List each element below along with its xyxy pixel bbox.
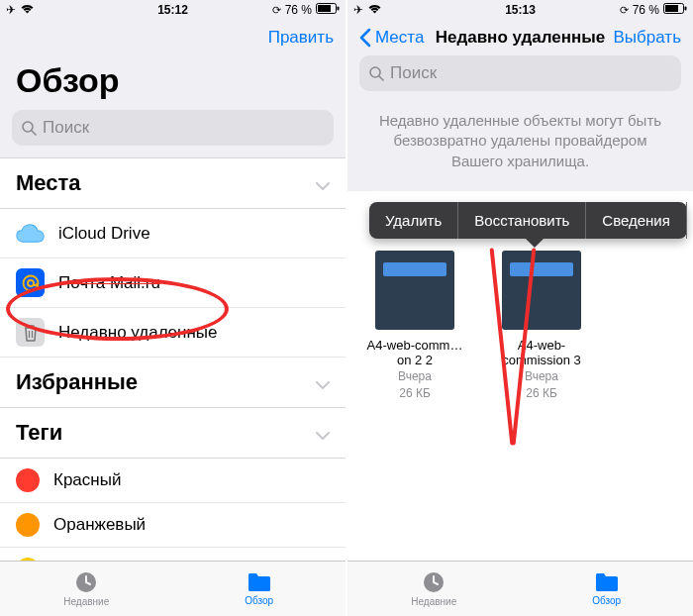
status-time: 15:13 [505,3,536,17]
menu-delete[interactable]: Удалить [369,202,458,239]
select-button[interactable]: Выбрать [614,28,681,48]
folder-icon [247,571,272,593]
icloud-icon [16,219,45,248]
airplane-icon: ✈︎ [353,3,363,17]
edit-button[interactable]: Править [268,28,334,48]
page-title: Обзор [0,51,346,106]
deletion-notice: Недавно удаленные объекты могут быть без… [347,103,693,191]
status-bar: ✈︎ 15:12 ⟳ 76 % [0,0,346,20]
list-container: Места iCloud Drive Почта Mail.ru Недавно… [0,157,346,616]
tab-bar: Недавние Обзор [0,561,346,616]
search-input[interactable]: Поиск [12,110,334,146]
menu-restore[interactable]: Восстановить [458,202,586,239]
row-label: Красный [53,470,121,490]
tag-row-red[interactable]: Красный [0,459,346,503]
rotation-lock-icon: ⟳ [272,4,281,17]
tab-recent[interactable]: Недавние [347,562,521,616]
search-placeholder: Поиск [390,63,437,83]
status-bar: ✈︎ 15:13 ⟳ 76 % [347,0,693,20]
row-label: Оранжевый [53,515,146,535]
status-right: ⟳ 76 % [272,3,340,17]
svg-line-4 [32,131,36,135]
search-icon [22,121,37,136]
status-right: ⟳ 76 % [620,3,687,17]
file-name: A4-web-commission 3 [492,338,591,367]
chevron-down-icon [316,369,330,395]
row-label: iCloud Drive [58,224,150,244]
phone-right-deleted: ✈︎ 15:13 ⟳ 76 % Места Недавно удаленные … [347,0,693,616]
mailru-icon [16,268,45,297]
tab-label: Недавние [411,596,456,607]
trash-icon [16,318,45,347]
svg-rect-2 [338,7,340,11]
section-favorites[interactable]: Избранные [0,358,346,408]
file-size: 26 КБ [365,386,464,402]
file-date: Вчера [365,369,464,385]
svg-rect-12 [685,7,687,11]
file-date: Вчера [492,369,591,385]
row-mailru[interactable]: Почта Mail.ru [0,258,346,308]
back-button[interactable]: Места [359,28,424,48]
airplane-icon: ✈︎ [6,3,16,17]
file-thumb-icon [502,251,581,330]
battery-percent: 76 % [633,3,659,17]
tag-dot-icon [16,513,40,537]
tab-browse[interactable]: Обзор [173,562,346,616]
menu-details[interactable]: Сведения [586,202,687,239]
section-label: Избранные [16,369,138,395]
svg-rect-11 [665,5,678,12]
nav-bar: Править [0,20,346,51]
search-placeholder: Поиск [43,118,89,138]
chevron-down-icon [316,170,330,196]
phone-left-browse: ✈︎ 15:12 ⟳ 76 % Править Обзор Поиск Мест… [0,0,346,616]
svg-rect-1 [318,5,331,12]
status-time: 15:12 [157,3,188,17]
file-size: 26 КБ [492,386,591,402]
search-icon [369,66,384,81]
chevron-down-icon [316,420,330,446]
battery-icon [316,3,340,17]
file-thumb-icon [375,251,454,330]
tag-dot-icon [16,468,40,492]
tab-label: Обзор [592,595,621,606]
battery-icon [663,3,687,17]
section-label: Теги [16,420,62,446]
tag-row-orange[interactable]: Оранжевый [0,503,346,548]
search-input[interactable]: Поиск [359,55,681,91]
svg-line-14 [379,76,383,80]
rotation-lock-icon: ⟳ [620,4,629,17]
tab-label: Обзор [245,595,273,606]
row-icloud-drive[interactable]: iCloud Drive [0,209,346,258]
context-menu: Удалить Восстановить Сведения [369,202,687,239]
wifi-icon [367,3,382,17]
chevron-left-icon [359,28,371,48]
tab-bar: Недавние Обзор [347,561,693,616]
folder-icon [594,571,620,593]
tab-browse[interactable]: Обзор [521,562,694,616]
wifi-icon [20,3,35,17]
row-label: Недавно удаленные [58,323,217,343]
nav-title: Недавно удаленные [436,28,606,48]
tooltip-arrow-icon [526,239,544,248]
battery-percent: 76 % [285,3,312,17]
nav-bar: Места Недавно удаленные Выбрать [347,20,693,51]
section-tags[interactable]: Теги [0,408,346,459]
back-label: Места [375,28,424,48]
status-left: ✈︎ [6,3,35,17]
row-recently-deleted[interactable]: Недавно удаленные [0,308,346,358]
file-grid: A4-web-comm…on 2 2 Вчера 26 КБ A4-web-co… [347,191,693,616]
file-name: A4-web-comm…on 2 2 [365,338,464,367]
section-label: Места [16,170,81,196]
section-places[interactable]: Места [0,157,346,209]
svg-point-6 [28,280,34,286]
tab-label: Недавние [63,596,109,607]
row-label: Почта Mail.ru [58,273,160,293]
status-left: ✈︎ [353,3,382,17]
tab-recent[interactable]: Недавние [0,562,173,616]
clock-icon [422,570,446,594]
clock-icon [74,570,98,594]
